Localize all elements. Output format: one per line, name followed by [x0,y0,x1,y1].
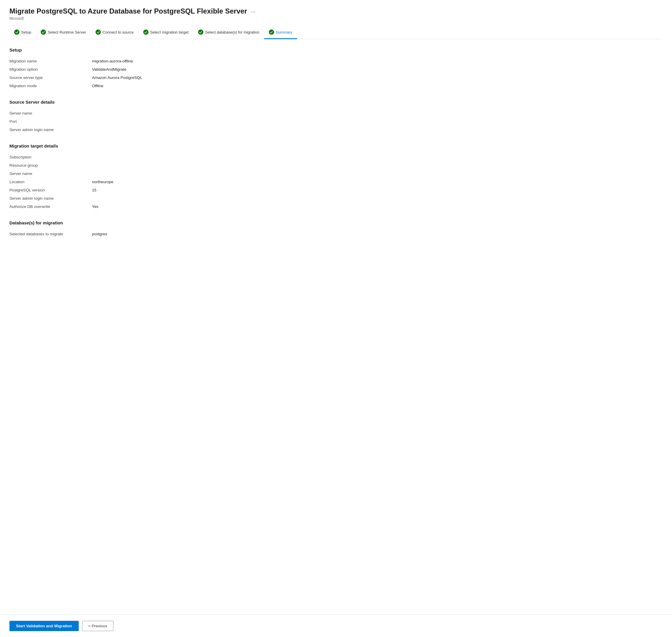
setup-section-title: Setup [10,48,662,52]
databases-section: Database(s) for migration Selected datab… [10,220,662,238]
field-label-resource-group: Resource group [10,163,92,168]
field-location: Location northeurope [10,178,662,186]
databases-section-title: Database(s) for migration [10,220,662,225]
field-target-admin-login: Server admin login name [10,194,662,203]
step-setup-check [14,30,19,35]
field-value-source-server-type: Amazon Aurora PostgreSQL [92,75,142,80]
field-label-target-admin-login: Server admin login name [10,196,92,201]
page-subtitle: Microsoft [10,17,662,21]
field-label-source-server-name: Server name [10,111,92,115]
field-label-subscription: Subscription [10,155,92,159]
step-connect-source[interactable]: Connect to source [91,26,139,39]
step-connect-label: Connect to source [103,30,134,34]
field-migration-name: Migration name migration-aurora-offline [10,57,662,66]
more-options-icon[interactable]: ··· [250,8,255,15]
field-label-source-admin-login: Server admin login name [10,128,92,132]
field-value-migration-option: ValidateAndMigrate [92,67,126,72]
field-label-source-port: Port [10,119,92,124]
migration-target-section: Migration target details Subscription Re… [10,143,662,211]
field-label-target-server-name: Server name [10,171,92,176]
step-summary-label: Summary [276,30,293,34]
field-label-migration-option: Migration option [10,67,92,72]
source-server-section-title: Source Server details [10,99,662,105]
field-label-source-server-type: Source server type [10,75,92,80]
field-value-migration-mode: Offline [92,84,104,88]
field-source-admin-login: Server admin login name [10,126,662,134]
step-summary[interactable]: Summary [264,26,297,39]
step-setup-label: Setup [21,30,31,34]
start-validation-migration-button[interactable]: Start Validation and Migration [10,621,79,631]
field-subscription: Subscription [10,153,662,161]
field-postgresql-version: PostgreSQL version 15 [10,186,662,194]
footer: Start Validation and Migration < Previou… [0,615,672,637]
step-target-label: Select migration target [150,30,189,34]
step-databases-label: Select database(s) for migration [205,30,259,34]
field-source-server-type: Source server type Amazon Aurora Postgre… [10,74,662,82]
field-value-postgresql-version: 15 [92,188,96,192]
field-value-authorize-overwrite: Yes [92,204,99,209]
field-target-server-name: Server name [10,170,662,178]
migration-target-section-title: Migration target details [10,143,662,148]
step-migration-target[interactable]: Select migration target [139,26,193,39]
step-target-check [143,30,148,35]
step-runtime-server[interactable]: Select Runtime Server [36,26,91,39]
field-source-port: Port [10,117,662,126]
step-setup[interactable]: Setup [10,26,36,39]
step-select-databases[interactable]: Select database(s) for migration [193,26,264,39]
step-databases-check [198,30,204,35]
field-label-postgresql-version: PostgreSQL version [10,188,92,192]
previous-button[interactable]: < Previous [82,621,113,631]
source-server-section: Source Server details Server name Port S… [10,99,662,134]
step-summary-check [269,30,274,35]
wizard-steps: Setup Select Runtime Server Connect to s… [10,26,662,39]
page-title: Migrate PostgreSQL to Azure Database for… [10,7,247,15]
field-value-location: northeurope [92,180,113,184]
step-runtime-check [41,30,46,35]
field-authorize-overwrite: Authorize DB overwrite Yes [10,203,662,211]
field-migration-option: Migration option ValidateAndMigrate [10,66,662,74]
field-value-migration-name: migration-aurora-offline [92,59,133,63]
setup-section: Setup Migration name migration-aurora-of… [10,48,662,90]
field-label-migration-name: Migration name [10,59,92,63]
field-value-selected-databases: postgres [92,232,107,236]
step-connect-check [95,30,101,35]
field-label-migration-mode: Migration mode [10,84,92,88]
field-source-server-name: Server name [10,109,662,117]
field-resource-group: Resource group [10,161,662,170]
field-selected-databases: Selected databases to migrate postgres [10,230,662,238]
field-label-authorize-overwrite: Authorize DB overwrite [10,204,92,209]
field-label-selected-databases: Selected databases to migrate [10,232,92,236]
field-label-location: Location [10,180,92,184]
field-migration-mode: Migration mode Offline [10,82,662,90]
content-area: Setup Migration name migration-aurora-of… [10,48,662,615]
step-runtime-label: Select Runtime Server [48,30,86,34]
